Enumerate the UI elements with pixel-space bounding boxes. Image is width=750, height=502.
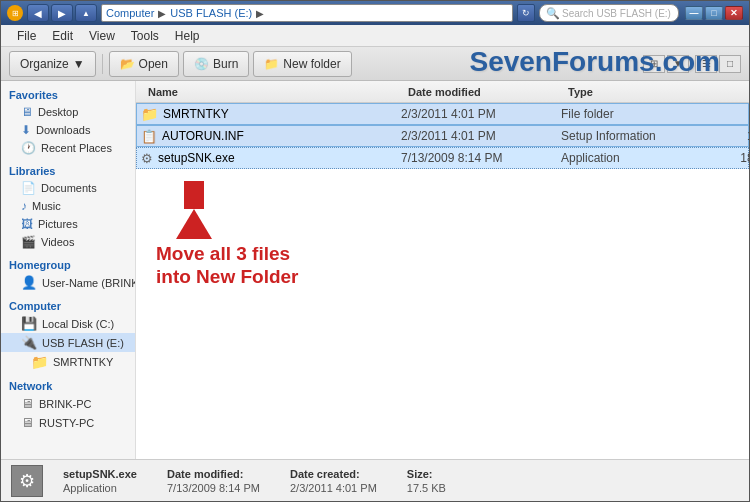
sidebar-brink-label: BRINK-PC bbox=[39, 398, 92, 410]
file-name-smrtntky: 📁 SMRTNTKY bbox=[141, 106, 401, 122]
music-icon: ♪ bbox=[21, 199, 27, 213]
organize-button[interactable]: Organize ▼ bbox=[9, 51, 96, 77]
file-name-label-setupsnk: setupSNK.exe bbox=[158, 151, 235, 165]
breadcrumb-drive[interactable]: USB FLASH (E:) bbox=[170, 7, 252, 19]
file-type-setupsnk: Application bbox=[561, 151, 701, 165]
burn-button[interactable]: 💿 Burn bbox=[183, 51, 249, 77]
file-list: 📁 SMRTNTKY 2/3/2011 4:01 PM File folder … bbox=[136, 103, 749, 459]
open-button[interactable]: 📂 Open bbox=[109, 51, 179, 77]
close-button[interactable]: ✕ bbox=[725, 6, 743, 20]
file-row-smrtntky[interactable]: 📁 SMRTNTKY 2/3/2011 4:01 PM File folder bbox=[136, 103, 749, 125]
menu-file[interactable]: File bbox=[9, 27, 44, 45]
column-headers: Name Date modified Type Size bbox=[136, 81, 749, 103]
pictures-icon: 🖼 bbox=[21, 217, 33, 231]
status-date-created-field: Date created: 2/3/2011 4:01 PM bbox=[290, 468, 377, 494]
menu-view[interactable]: View bbox=[81, 27, 123, 45]
file-name-label-smrtntky: SMRTNTKY bbox=[163, 107, 229, 121]
status-date-created-value: 2/3/2011 4:01 PM bbox=[290, 482, 377, 494]
status-type: Application bbox=[63, 482, 137, 494]
details-pane-button[interactable]: ☰ bbox=[695, 55, 717, 73]
status-date-modified-field: Date modified: 7/13/2009 8:14 PM bbox=[167, 468, 260, 494]
sidebar-item-music[interactable]: ♪ Music bbox=[1, 197, 135, 215]
status-size-value: 17.5 KB bbox=[407, 482, 446, 494]
sidebar-item-brink-pc[interactable]: 🖥 BRINK-PC bbox=[1, 394, 135, 413]
sidebar-item-local-disk[interactable]: 💾 Local Disk (C:) bbox=[1, 314, 135, 333]
sidebar-item-recent[interactable]: 🕐 Recent Places bbox=[1, 139, 135, 157]
new-folder-button[interactable]: 📁 New folder bbox=[253, 51, 351, 77]
sidebar-libraries-header[interactable]: Libraries bbox=[1, 161, 135, 179]
sidebar-item-usb-flash[interactable]: 🔌 USB FLASH (E:) bbox=[1, 333, 135, 352]
status-date-modified-value: 7/13/2009 8:14 PM bbox=[167, 482, 260, 494]
window-icon: ⊞ bbox=[7, 5, 23, 21]
documents-icon: 📄 bbox=[21, 181, 36, 195]
file-name-label-autorun: AUTORUN.INF bbox=[162, 129, 244, 143]
col-header-type[interactable]: Type bbox=[560, 86, 700, 98]
file-date-smrtntky: 2/3/2011 4:01 PM bbox=[401, 107, 561, 121]
sidebar-smrtntky-label: SMRTNTKY bbox=[53, 356, 113, 368]
sidebar-item-user[interactable]: 👤 User-Name (BRINK- bbox=[1, 273, 135, 292]
maximize-button[interactable]: □ bbox=[705, 6, 723, 20]
breadcrumb-computer[interactable]: Computer bbox=[106, 7, 154, 19]
smrtntky-folder-icon: 📁 bbox=[31, 354, 48, 370]
menu-bar: File Edit View Tools Help bbox=[1, 25, 749, 47]
sidebar-item-documents[interactable]: 📄 Documents bbox=[1, 179, 135, 197]
videos-icon: 🎬 bbox=[21, 235, 36, 249]
file-date-setupsnk: 7/13/2009 8:14 PM bbox=[401, 151, 561, 165]
toolbar-separator bbox=[102, 54, 103, 74]
sidebar-homegroup-header[interactable]: Homegroup bbox=[1, 255, 135, 273]
open-label: Open bbox=[139, 57, 168, 71]
status-date-created-label: Date created: bbox=[290, 468, 377, 480]
sidebar-documents-label: Documents bbox=[41, 182, 97, 194]
address-bar-container: ◀ ▶ ▲ Computer ▶ USB FLASH (E:) ▶ ↻ 🔍 Se… bbox=[27, 4, 679, 22]
menu-tools[interactable]: Tools bbox=[123, 27, 167, 45]
status-bar: ⚙ setupSNK.exe Application Date modified… bbox=[1, 459, 749, 501]
status-size-label: Size: bbox=[407, 468, 446, 480]
sidebar-item-smrtntky[interactable]: 📁 SMRTNTKY bbox=[1, 352, 135, 372]
status-info: setupSNK.exe Application Date modified: … bbox=[63, 468, 446, 494]
col-header-name[interactable]: Name bbox=[140, 86, 400, 98]
sidebar-homegroup-section: Homegroup 👤 User-Name (BRINK- bbox=[1, 255, 135, 292]
address-box[interactable]: Computer ▶ USB FLASH (E:) ▶ bbox=[101, 4, 513, 22]
file-date-autorun: 2/3/2011 4:01 PM bbox=[401, 129, 561, 143]
preview-pane-button[interactable]: □ bbox=[719, 55, 741, 73]
col-header-size[interactable]: Size bbox=[700, 86, 749, 98]
menu-edit[interactable]: Edit bbox=[44, 27, 81, 45]
brink-pc-icon: 🖥 bbox=[21, 396, 34, 411]
forward-button[interactable]: ▶ bbox=[51, 4, 73, 22]
open-icon: 📂 bbox=[120, 57, 135, 71]
sidebar-item-desktop[interactable]: 🖥 Desktop bbox=[1, 103, 135, 121]
sidebar-item-downloads[interactable]: ⬇ Downloads bbox=[1, 121, 135, 139]
sidebar-item-pictures[interactable]: 🖼 Pictures bbox=[1, 215, 135, 233]
exe-icon: ⚙ bbox=[141, 151, 153, 166]
title-bar: ⊞ ◀ ▶ ▲ Computer ▶ USB FLASH (E:) ▶ ↻ 🔍 … bbox=[1, 1, 749, 25]
status-filename: setupSNK.exe bbox=[63, 468, 137, 480]
title-bar-controls: — □ ✕ bbox=[685, 6, 743, 20]
sidebar-network-header[interactable]: Network bbox=[1, 376, 135, 394]
toolbar: Organize ▼ 📂 Open 💿 Burn 📁 New folder ⊞ … bbox=[1, 47, 749, 81]
file-row-autorun[interactable]: 📋 AUTORUN.INF 2/3/2011 4:01 PM Setup Inf… bbox=[136, 125, 749, 147]
menu-help[interactable]: Help bbox=[167, 27, 208, 45]
sidebar-computer-header[interactable]: Computer bbox=[1, 296, 135, 314]
recent-icon: 🕐 bbox=[21, 141, 36, 155]
sidebar-item-videos[interactable]: 🎬 Videos bbox=[1, 233, 135, 251]
sidebar-favorites-section: Favorites 🖥 Desktop ⬇ Downloads 🕐 Recent… bbox=[1, 85, 135, 157]
status-exe-icon: ⚙ bbox=[19, 470, 35, 492]
col-header-date[interactable]: Date modified bbox=[400, 86, 560, 98]
back-button[interactable]: ◀ bbox=[27, 4, 49, 22]
search-box[interactable]: 🔍 Search USB FLASH (E:) bbox=[539, 4, 679, 22]
view-change-button[interactable]: ⊞ bbox=[643, 55, 665, 73]
minimize-button[interactable]: — bbox=[685, 6, 703, 20]
status-size-field: Size: 17.5 KB bbox=[407, 468, 446, 494]
search-icon: 🔍 bbox=[546, 7, 560, 20]
inf-icon: 📋 bbox=[141, 129, 157, 144]
up-button[interactable]: ▲ bbox=[75, 4, 97, 22]
sidebar-favorites-header[interactable]: Favorites bbox=[1, 85, 135, 103]
file-area: Name Date modified Type Size 📁 SMRTNTKY … bbox=[136, 81, 749, 459]
file-size-autorun: 1 KB bbox=[701, 129, 749, 143]
view-dropdown-button[interactable]: ▼ bbox=[667, 55, 689, 73]
sidebar-item-rusty-pc[interactable]: 🖥 RUSTY-PC bbox=[1, 413, 135, 432]
refresh-button[interactable]: ↻ bbox=[517, 4, 535, 22]
status-file-icon: ⚙ bbox=[11, 465, 43, 497]
file-row-setupsnk[interactable]: ⚙ setupSNK.exe 7/13/2009 8:14 PM Applica… bbox=[136, 147, 749, 169]
sidebar-recent-label: Recent Places bbox=[41, 142, 112, 154]
